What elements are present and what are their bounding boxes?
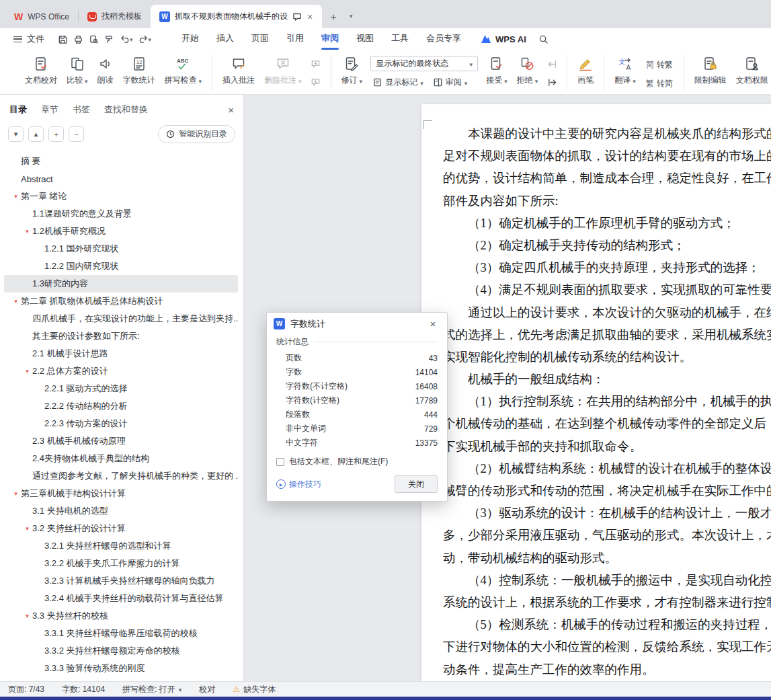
toc-item[interactable]: 2.2 总体方案的设计 <box>4 362 238 380</box>
new-tab-button[interactable]: + <box>325 7 342 25</box>
menu-tab[interactable]: 视图 <box>348 28 382 50</box>
menu-tab[interactable]: 插入 <box>208 28 243 50</box>
undo-button[interactable] <box>117 31 136 47</box>
to-simplified-button[interactable]: 繁 转简 <box>644 77 675 91</box>
toc-item[interactable]: 其主要的设计参数如下所示: <box>4 327 238 345</box>
toc-item[interactable]: 3.2 夹持丝杆的设计计算 <box>4 520 238 537</box>
track-changes-button[interactable]: 修订 <box>337 54 368 88</box>
toc-item[interactable]: 3.3.3 验算传动系统的刚度 <box>4 660 238 677</box>
review-pane-button[interactable]: 审阅 <box>431 75 470 89</box>
tab-current-document[interactable]: W 抓取不规则表面物体机械手的设 × <box>151 5 322 28</box>
compare-button[interactable]: 比较 <box>62 54 93 88</box>
menu-tab[interactable]: 页面 <box>243 28 278 50</box>
checkbox-icon[interactable] <box>276 458 284 466</box>
toc-expand-icon[interactable] <box>22 228 32 235</box>
menu-tab[interactable]: 会员专享 <box>417 28 470 50</box>
spell-check-indicator[interactable]: 拼写检查: 打开 <box>122 684 181 695</box>
spell-check-button[interactable]: ABC 拼写检查 <box>160 54 207 88</box>
toc-item[interactable]: Abstract <box>4 170 238 188</box>
dialog-close-button[interactable]: 关闭 <box>395 475 438 493</box>
word-count-indicator[interactable]: 字数: 14104 <box>62 684 105 695</box>
next-change-button[interactable] <box>544 75 559 89</box>
toc-item[interactable]: 2.1 机械手设计思路 <box>4 345 238 362</box>
toc-item[interactable]: 1.2机械手研究概况 <box>4 223 238 240</box>
undo-dropdown-icon[interactable] <box>130 34 133 44</box>
document-page[interactable]: 本课题的设计中主要的研究内容是机械夹爪的结构形式的设计，在足对不规则表面物体的抓… <box>421 104 771 681</box>
print-preview-button[interactable] <box>86 31 102 47</box>
toc-item[interactable]: 第三章机械手结构设计计算 <box>4 485 238 502</box>
to-traditional-button[interactable]: 简 转繁 <box>644 58 675 72</box>
translate-button[interactable]: 文A 翻译 <box>610 54 641 88</box>
format-painter-button[interactable] <box>102 31 117 47</box>
collapse-all-button[interactable]: ▾ <box>8 126 24 142</box>
toc-expand-icon[interactable] <box>11 193 21 200</box>
promote-button[interactable]: + <box>48 126 64 142</box>
tab-docer-templates[interactable]: 找稻壳模板 <box>79 5 151 28</box>
toc-item[interactable]: 1.2.1 国外研究现状 <box>4 240 238 258</box>
redo-dropdown-icon[interactable] <box>149 34 152 44</box>
tab-contents[interactable]: 目录 <box>9 104 27 116</box>
toc-expand-icon[interactable] <box>22 525 32 532</box>
menu-tab[interactable]: 引用 <box>278 28 313 50</box>
tab-chapters[interactable]: 章节 <box>41 104 58 116</box>
toc-item[interactable]: 3.2.4 机械手夹持丝杆的动载荷计算与直径估算 <box>4 590 238 607</box>
toc-expand-icon[interactable] <box>22 613 32 619</box>
toc-item[interactable]: 1.2.2 国内研究现状 <box>4 258 238 275</box>
demote-button[interactable]: − <box>69 126 84 142</box>
toc-item[interactable]: 2.4夹持物体机械手典型的结构 <box>4 450 238 467</box>
pen-button[interactable]: 画笔 <box>573 54 598 88</box>
menu-tab[interactable]: 开始 <box>173 28 208 50</box>
toc-item[interactable]: 1.1课题研究的意义及背景 <box>4 205 238 223</box>
toc-item[interactable]: 3.2.2 机械手夹爪工作摩擦力的计算 <box>4 555 238 572</box>
spell-check-dropdown-icon[interactable] <box>179 685 182 694</box>
toc-item[interactable]: 第二章 抓取物体机械手总体结构设计 <box>4 293 238 310</box>
accept-change-button[interactable]: 接受 <box>481 54 512 88</box>
toc-item[interactable]: 摘 要 <box>4 153 238 170</box>
toc-item[interactable]: 3.2.3 计算机械手夹持丝杆螺母的轴向负载力 <box>4 572 238 590</box>
reject-change-button[interactable]: 拒绝 <box>512 54 543 88</box>
search-button[interactable] <box>536 31 551 47</box>
file-menu-button[interactable]: 文件 <box>8 30 50 48</box>
print-button[interactable] <box>71 31 86 47</box>
toc-item[interactable]: 3.3.2 夹持丝杆螺母额定寿命的校核 <box>4 642 238 660</box>
tab-find-replace[interactable]: 查找和替换 <box>104 104 148 116</box>
insert-comment-button[interactable]: 插入批注 <box>218 54 259 88</box>
toc-expand-icon[interactable] <box>11 298 21 305</box>
tab-bookmarks[interactable]: 书签 <box>73 104 90 116</box>
toc-item[interactable]: 四爪机械手，在实现设计的功能上，主要是达到夹持... <box>4 310 238 327</box>
menu-tab[interactable]: 工具 <box>382 28 417 50</box>
document-permission-button[interactable]: 文档权限 <box>731 54 771 88</box>
smart-toc-button[interactable]: 智能识别目录 <box>158 125 235 143</box>
save-button[interactable] <box>55 31 71 47</box>
wps-ai-button[interactable]: WPS AI <box>481 34 526 44</box>
menu-tab[interactable]: 审阅 <box>313 28 348 50</box>
toc-item[interactable]: 第一章 绪论 <box>4 188 238 205</box>
close-tab-icon[interactable]: × <box>307 11 313 22</box>
dialog-close-icon[interactable]: × <box>425 318 440 329</box>
toc-item[interactable]: 2.2.3 传动方案的设计 <box>4 415 238 432</box>
missing-font-warning[interactable]: ⚠ 缺失字体 <box>233 684 276 695</box>
toc-item[interactable]: 2.3 机械手机械传动原理 <box>4 432 238 450</box>
tips-link[interactable]: ▶ 操作技巧 <box>276 479 321 490</box>
restrict-editing-button[interactable]: 限制编辑 <box>690 54 731 88</box>
toc-item[interactable]: 2.2.2 传动结构的分析 <box>4 397 238 415</box>
document-proofing-button[interactable]: 文档校对 <box>20 54 62 88</box>
markup-state-select[interactable]: 显示标记的最终状态 <box>370 56 478 71</box>
toc-expand-icon[interactable] <box>22 368 32 375</box>
page-indicator[interactable]: 页面: 7/43 <box>8 684 44 695</box>
proofing-indicator[interactable]: 校对 <box>199 684 215 695</box>
toc-item[interactable]: 1.3研究的内容 <box>4 275 238 293</box>
expand-all-button[interactable]: ▴ <box>28 126 44 142</box>
toc-item[interactable]: 3.3 夹持丝杆的校核 <box>4 607 238 625</box>
tab-list-dropdown-icon[interactable] <box>345 7 357 25</box>
toc-item[interactable]: 2.2.1 驱动方式的选择 <box>4 380 238 397</box>
toc-item[interactable]: 3.2.1 夹持丝杆螺母的选型和计算 <box>4 537 238 555</box>
toc-item[interactable]: 3.3.1 夹持丝杆螺母临界压缩载荷的校核 <box>4 625 238 642</box>
toc-expand-icon[interactable] <box>11 490 21 497</box>
toc-item[interactable]: 通过查阅参考文献，了解夹持机械手的种类，更好的 ... <box>4 467 238 485</box>
read-aloud-button[interactable]: 朗读 <box>93 54 118 88</box>
word-count-button[interactable]: 12 字数统计 <box>118 54 160 88</box>
dialog-title-bar[interactable]: W 字数统计 × <box>267 313 447 335</box>
toc-item[interactable]: 3.1 夹持电机的选型 <box>4 502 238 520</box>
include-footnotes-checkbox[interactable]: 包括文本框、脚注和尾注(F) <box>276 456 438 467</box>
